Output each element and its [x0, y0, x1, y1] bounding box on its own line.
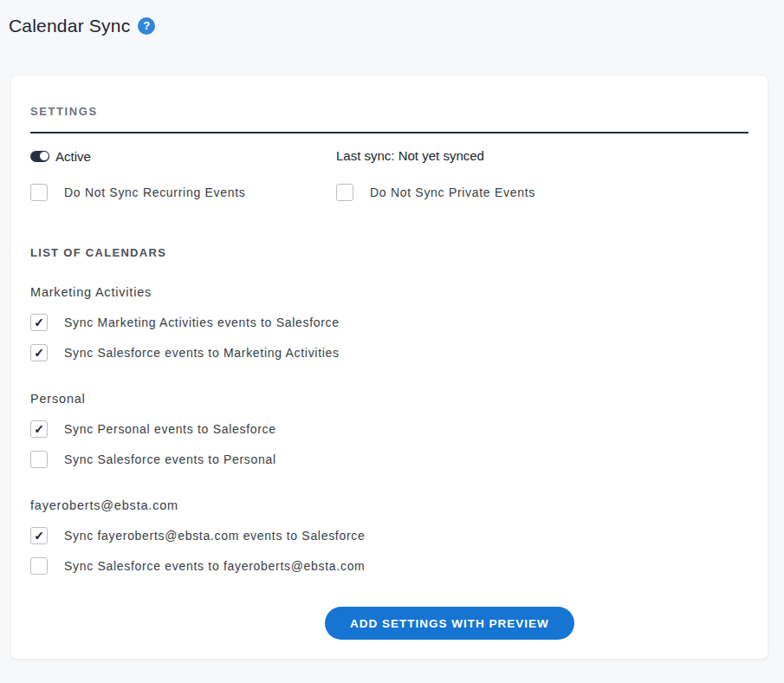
- settings-section-label: SETTINGS: [30, 105, 748, 118]
- checkbox-label: Sync Salesforce events to fayeroberts@eb…: [64, 559, 365, 573]
- checkbox-icon[interactable]: [30, 420, 48, 438]
- toggle-knob: [39, 151, 49, 161]
- status-row: Active Last sync: Not yet synced: [30, 147, 748, 165]
- active-toggle[interactable]: [30, 151, 49, 162]
- button-row: ADD SETTINGS WITH PREVIEW: [30, 607, 748, 640]
- checkbox-label: Do Not Sync Recurring Events: [64, 185, 245, 199]
- do-not-sync-recurring-option[interactable]: Do Not Sync Recurring Events: [30, 184, 245, 201]
- calendars-section-label: LIST OF CALENDARS: [30, 246, 748, 259]
- page-header: Calendar Sync ?: [0, 0, 784, 38]
- page-title: Calendar Sync: [9, 16, 130, 36]
- checkbox-icon[interactable]: [30, 527, 48, 544]
- sync-option[interactable]: Sync Personal events to Salesforce: [30, 420, 748, 438]
- sync-option[interactable]: Sync Marketing Activities events to Sale…: [30, 314, 748, 331]
- sync-option[interactable]: Sync Salesforce events to Marketing Acti…: [30, 344, 748, 361]
- checkbox-icon[interactable]: [30, 557, 48, 575]
- checkbox-label: Sync Marketing Activities events to Sale…: [64, 315, 340, 329]
- checkbox-icon[interactable]: [30, 451, 48, 468]
- active-toggle-label: Active: [55, 149, 91, 164]
- sync-option[interactable]: Sync Salesforce events to fayeroberts@eb…: [30, 557, 748, 575]
- calendar-group-name: Marketing Activities: [30, 285, 748, 300]
- do-not-sync-private-option[interactable]: Do Not Sync Private Events: [336, 184, 535, 201]
- sync-option[interactable]: Sync fayeroberts@ebsta.com events to Sal…: [30, 527, 748, 544]
- calendar-sync-card: SETTINGS Active Last sync: Not yet synce…: [11, 75, 768, 659]
- calendar-group-name: fayeroberts@ebsta.com: [30, 498, 748, 513]
- checkbox-label: Do Not Sync Private Events: [370, 185, 535, 199]
- add-settings-with-preview-button[interactable]: ADD SETTINGS WITH PREVIEW: [325, 607, 574, 640]
- checkbox-icon[interactable]: [30, 184, 48, 201]
- last-sync-status: Last sync: Not yet synced: [336, 147, 484, 165]
- checkbox-label: Sync Salesforce events to Personal: [64, 452, 276, 466]
- settings-divider: [30, 132, 748, 133]
- help-icon[interactable]: ?: [138, 17, 155, 35]
- checkbox-label: Sync fayeroberts@ebsta.com events to Sal…: [64, 529, 365, 543]
- checkbox-label: Sync Personal events to Salesforce: [64, 422, 276, 436]
- checkbox-icon[interactable]: [336, 184, 353, 201]
- checkbox-icon[interactable]: [30, 314, 48, 331]
- checkbox-label: Sync Salesforce events to Marketing Acti…: [64, 346, 340, 360]
- sync-option[interactable]: Sync Salesforce events to Personal: [30, 451, 748, 468]
- sync-options-row: Do Not Sync Recurring Events Do Not Sync…: [30, 184, 748, 201]
- checkbox-icon[interactable]: [30, 344, 48, 361]
- calendar-group-name: Personal: [30, 392, 748, 407]
